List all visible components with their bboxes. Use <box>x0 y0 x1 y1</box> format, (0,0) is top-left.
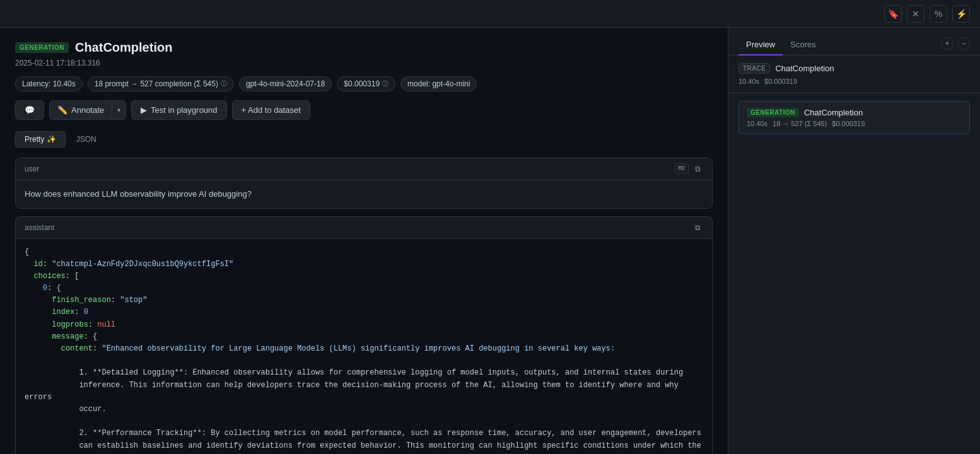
action-row: 💬 ✏️ Annotate ▾ ▶ Test in playground + A… <box>15 100 713 120</box>
model-label: model: gpt-4o-mini <box>407 79 470 88</box>
trace-title: ChatCompletion <box>775 64 834 73</box>
collapse-icon[interactable]: − <box>957 37 970 50</box>
gen-latency: 10.40s <box>747 120 767 127</box>
assistant-role-label: assistant <box>25 223 54 232</box>
annotate-main-button[interactable]: ✏️ Annotate <box>50 101 112 119</box>
trace-cost: $0.000319 <box>764 78 797 85</box>
pencil-icon: ✏️ <box>57 105 67 115</box>
user-role-label: user <box>25 165 39 173</box>
page-header: GENERATION ChatCompletion <box>15 40 713 55</box>
generation-badge: GENERATION <box>15 42 69 53</box>
model-version-badge: gpt-4o-mini-2024-07-18 <box>239 76 332 91</box>
percent-icon[interactable]: % <box>930 5 947 23</box>
copy-user-icon[interactable]: ⧉ <box>692 163 703 175</box>
latency-badge: Latency: 10.40s <box>15 76 83 91</box>
terminal-icon: ▶ <box>141 105 147 115</box>
filter-icon[interactable]: ⚡ <box>952 5 970 23</box>
user-message-text: How does enhanced LLM observability impr… <box>25 189 252 199</box>
assistant-message-icons: ⧉ <box>692 222 703 233</box>
annotate-dropdown-arrow[interactable]: ▾ <box>112 101 125 119</box>
assistant-message-block: assistant ⧉ { id: "chatcmpl-AznFdy2DJxqc… <box>15 216 713 455</box>
expand-icon[interactable]: + <box>941 37 954 50</box>
tab-scores[interactable]: Scores <box>783 35 823 55</box>
user-message-content: How does enhanced LLM observability impr… <box>16 180 712 208</box>
right-tabs: Preview Scores + − <box>728 28 980 55</box>
tokens-label: 18 prompt → 527 completion (Σ 545) <box>95 79 218 88</box>
left-panel: GENERATION ChatCompletion 2025-02-11 17:… <box>0 28 728 454</box>
copy-assistant-icon[interactable]: ⧉ <box>692 222 703 233</box>
cost-info-icon[interactable]: ⓘ <box>382 79 388 88</box>
top-bar-icons: 🔖 ✕ % ⚡ <box>884 5 970 23</box>
page-title: ChatCompletion <box>75 40 172 55</box>
gen-meta: 10.40s 18 → 527 (Σ 545) $0.000319 <box>747 120 962 127</box>
tokens-info-icon[interactable]: ⓘ <box>221 79 227 88</box>
user-message-block: user MD ⧉ How does enhanced LLM observab… <box>15 158 713 209</box>
right-panel: Preview Scores + − TRACE ChatCompletion … <box>728 28 980 454</box>
comment-icon: 💬 <box>25 105 35 115</box>
json-view-button[interactable]: JSON <box>67 131 106 148</box>
badges-row: Latency: 10.40s 18 prompt → 527 completi… <box>15 76 713 91</box>
main-layout: GENERATION ChatCompletion 2025-02-11 17:… <box>0 28 980 454</box>
assistant-message-content: { id: "chatcmpl-AznFdy2DJxqc0us1bQ9ykctf… <box>16 239 712 455</box>
view-toggle: Pretty ✨ JSON <box>15 131 713 148</box>
gen-tokens: 18 → 527 (Σ 545) <box>773 120 827 127</box>
bookmark-icon[interactable]: 🔖 <box>884 5 902 23</box>
assistant-message-header: assistant ⧉ <box>16 217 712 239</box>
annotate-label: Annotate <box>71 105 104 115</box>
markdown-icon[interactable]: MD <box>675 163 689 173</box>
gen-badge: GENERATION <box>747 108 799 117</box>
add-dataset-button[interactable]: + Add to dataset <box>232 100 310 120</box>
trace-meta: 10.40s $0.000319 <box>738 78 970 85</box>
latency-label: Latency: 10.40s <box>22 79 76 88</box>
cost-badge: $0.000319 ⓘ <box>337 76 395 91</box>
generation-card-header: GENERATION ChatCompletion <box>747 108 962 117</box>
tokens-badge: 18 prompt → 527 completion (Σ 545) ⓘ <box>88 76 234 91</box>
test-playground-label: Test in playground <box>151 105 218 115</box>
test-playground-button[interactable]: ▶ Test in playground <box>131 100 227 120</box>
gen-cost: $0.000319 <box>832 120 865 127</box>
trace-badge: TRACE <box>738 63 770 74</box>
user-message-icons: MD ⧉ <box>675 163 703 175</box>
model-version-label: gpt-4o-mini-2024-07-18 <box>246 79 325 88</box>
trace-latency: 10.40s <box>738 78 759 85</box>
generation-card[interactable]: GENERATION ChatCompletion 10.40s 18 → 52… <box>738 101 970 134</box>
tab-preview[interactable]: Preview <box>738 35 783 55</box>
annotate-button-group: ✏️ Annotate ▾ <box>49 100 126 120</box>
close-icon[interactable]: ✕ <box>907 5 925 23</box>
user-message-header: user MD ⧉ <box>16 158 712 180</box>
add-dataset-label: + Add to dataset <box>242 105 301 115</box>
pretty-view-button[interactable]: Pretty ✨ <box>15 131 66 148</box>
trace-header: TRACE ChatCompletion <box>738 63 970 74</box>
page-timestamp: 2025-02-11 17:18:13.316 <box>15 59 713 67</box>
gen-title: ChatCompletion <box>804 108 863 117</box>
comment-button[interactable]: 💬 <box>15 100 44 120</box>
top-bar: 🔖 ✕ % ⚡ <box>0 0 980 28</box>
model-badge: model: gpt-4o-mini <box>400 76 477 91</box>
right-top-icons: + − <box>941 37 970 55</box>
cost-label: $0.000319 <box>344 79 380 88</box>
trace-section: TRACE ChatCompletion 10.40s $0.000319 <box>728 55 980 93</box>
